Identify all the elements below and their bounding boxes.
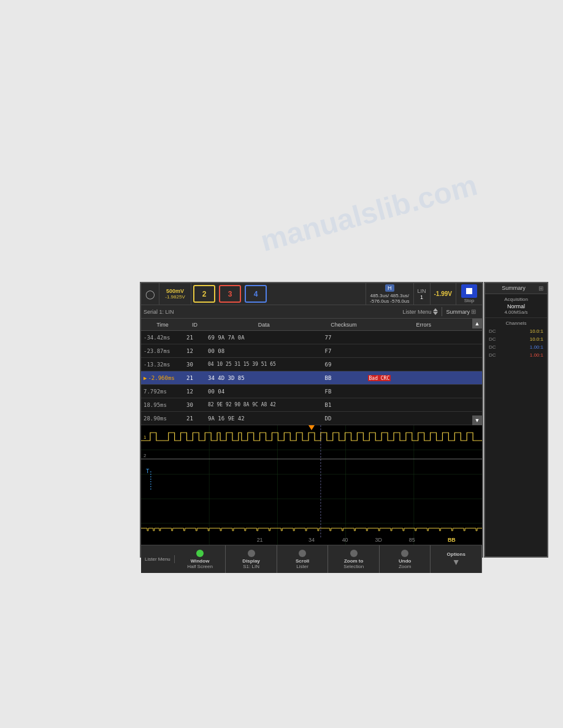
arrow-up-icon bbox=[433, 308, 438, 311]
zoom-to-icon bbox=[350, 550, 358, 557]
col-id: ID bbox=[184, 322, 205, 328]
time-val1: 485.3us/ 485.3us/ bbox=[370, 293, 409, 298]
scroll-button[interactable]: Scroll Lister bbox=[277, 545, 329, 573]
ch3-ratio: 1.00:1 bbox=[530, 344, 543, 350]
display-label1: Display bbox=[242, 558, 259, 564]
acquisition-section: Acquisition Normal 4.00MSa/s bbox=[485, 294, 547, 318]
acq-mode: Normal bbox=[488, 303, 545, 309]
svg-rect-0 bbox=[466, 288, 472, 294]
lister-menu-button[interactable]: Lister Menu bbox=[399, 307, 442, 316]
window-button[interactable]: Window Half Screen bbox=[175, 545, 226, 573]
display-button[interactable]: Display S1: LIN bbox=[226, 545, 277, 573]
voltage-section: -1.99V bbox=[431, 283, 456, 305]
table-row-selected[interactable]: ▶ -2.960ms 21 34 4D 3D 85 BB Bad CRC bbox=[141, 371, 482, 385]
ch2-label: 2 bbox=[202, 290, 207, 298]
col-checksum: Checksum bbox=[323, 322, 366, 328]
ch1-ratio: 10.0:1 bbox=[530, 328, 543, 334]
serial-label: Serial 1: LIN bbox=[144, 309, 399, 315]
table-row[interactable]: -13.32ms 30 04 10 25 31 15 39 51 65 69 bbox=[141, 358, 482, 371]
svg-text:3D: 3D bbox=[375, 537, 383, 543]
options-button[interactable]: Options ▼ bbox=[431, 545, 482, 573]
table-row[interactable]: -23.87ms 12 00 08 F7 bbox=[141, 344, 482, 358]
svg-text:1: 1 bbox=[144, 434, 147, 440]
stop-icon bbox=[465, 287, 473, 295]
table-row[interactable]: -34.42ms 21 69 9A 7A 0A 77 bbox=[141, 331, 482, 344]
svg-text:BB: BB bbox=[448, 537, 456, 543]
grid-view-icon: ⊞ bbox=[538, 285, 543, 292]
ch2-type: DC bbox=[489, 336, 501, 342]
window-label2: Half Screen bbox=[187, 564, 213, 569]
col-time: Time bbox=[141, 322, 184, 328]
ch4-button[interactable]: 4 bbox=[245, 285, 267, 303]
menu-arrows bbox=[433, 308, 438, 315]
table-row[interactable]: 28.90ms 21 9A 16 9E 42 DD bbox=[141, 412, 482, 425]
right-panel: Summary ⊞ Acquisition Normal 4.00MSa/s C… bbox=[484, 282, 548, 558]
nav-icon[interactable]: ◯ bbox=[141, 283, 159, 305]
col-errors: Errors bbox=[366, 322, 483, 328]
trigger-marker bbox=[308, 425, 315, 430]
undo-label2: Zoom bbox=[399, 564, 411, 569]
svg-text:34: 34 bbox=[308, 537, 315, 543]
voltage-val: -1.99V bbox=[434, 290, 452, 297]
options-label1: Options bbox=[447, 552, 465, 557]
window-label1: Window bbox=[191, 558, 210, 564]
zoom-to-button[interactable]: Zoom to Selection bbox=[328, 545, 380, 573]
stop-label: Stop bbox=[464, 298, 474, 303]
scroll-up-button[interactable]: ▲ bbox=[472, 319, 482, 328]
svg-text:21: 21 bbox=[257, 537, 263, 543]
error-badge: Bad CRC bbox=[368, 375, 391, 381]
table-row[interactable]: 18.95ms 30 82 9E 92 90 8A 9C A8 42 B1 bbox=[141, 398, 482, 412]
zoom-to-label2: Selection bbox=[343, 564, 364, 569]
ch2-button[interactable]: 2 bbox=[193, 285, 215, 303]
ch2-ratio: 10.0:1 bbox=[530, 336, 543, 342]
right-panel-header: Summary ⊞ bbox=[485, 283, 547, 294]
table-row[interactable]: 7.792ms 12 00 04 FB bbox=[141, 385, 482, 398]
svg-text:85: 85 bbox=[409, 537, 415, 543]
acq-label: Acquisition bbox=[488, 297, 545, 302]
ch1-mv: 500mV bbox=[166, 288, 184, 294]
lin-label: LIN bbox=[418, 288, 426, 294]
channels-section: Channels DC 10.0:1 DC 10.0:1 DC 1.00:1 D… bbox=[485, 318, 547, 362]
scroll-down-button[interactable]: ▼ bbox=[472, 415, 482, 425]
display-icon bbox=[248, 550, 255, 557]
grid-icon: ⊞ bbox=[471, 308, 476, 315]
oscilloscope-display: ◯ 500mV -1.9825V 2 3 4 H 485.3us/ 485.3u… bbox=[140, 282, 483, 558]
waveform-svg: T 21 34 40 3D 85 BB 1 2 bbox=[141, 425, 482, 545]
waveform-area: T 21 34 40 3D 85 BB 1 2 bbox=[141, 425, 482, 545]
acq-rate: 4.00MSa/s bbox=[488, 309, 545, 315]
lin-num: 1 bbox=[420, 294, 423, 300]
scroll-label1: Scroll bbox=[296, 558, 309, 564]
stop-section[interactable]: Stop bbox=[456, 283, 482, 305]
lister-container: Time ID Data Checksum Errors ▲ -34.42ms … bbox=[141, 319, 482, 425]
arrow-down-icon bbox=[433, 312, 438, 315]
row-marker: ▶ bbox=[144, 375, 147, 381]
display-label2: S1: LIN bbox=[243, 564, 259, 569]
zoom-to-label1: Zoom to bbox=[344, 558, 364, 564]
ch4-type: DC bbox=[489, 352, 501, 358]
scroll-icon bbox=[299, 550, 306, 557]
svg-text:2: 2 bbox=[144, 453, 147, 458]
ch-info-row-1: DC 10.0:1 bbox=[488, 328, 545, 335]
window-icon bbox=[196, 550, 204, 557]
ch1-vval: -1.9825V bbox=[165, 294, 185, 300]
summary-button[interactable]: Summary ⊞ bbox=[442, 307, 480, 316]
ch4-label: 4 bbox=[254, 290, 258, 298]
ch1-type: DC bbox=[489, 328, 501, 334]
ch3-type: DC bbox=[489, 344, 501, 350]
osc-header: ◯ 500mV -1.9825V 2 3 4 H 485.3us/ 485.3u… bbox=[141, 283, 482, 305]
summary-title: Summary bbox=[502, 285, 526, 291]
scroll-label2: Lister bbox=[296, 564, 308, 569]
ch1-button[interactable]: 500mV -1.9825V bbox=[159, 283, 191, 305]
ch4-ratio: 1.00:1 bbox=[530, 352, 543, 358]
lister-menu-label: Lister Menu bbox=[141, 555, 175, 563]
ch3-button[interactable]: 3 bbox=[219, 285, 241, 303]
lin-section: LIN 1 bbox=[414, 283, 431, 305]
col-data: Data bbox=[205, 322, 323, 328]
svg-text:40: 40 bbox=[342, 537, 348, 543]
watermark: manualslib.com bbox=[257, 168, 481, 258]
undo-icon bbox=[401, 550, 408, 557]
ch3-label: 3 bbox=[228, 290, 232, 298]
undo-zoom-button[interactable]: Undo Zoom bbox=[380, 545, 431, 573]
time-section: H 485.3us/ 485.3us/ -576.0us -576.0us bbox=[366, 283, 414, 305]
svg-text:T: T bbox=[146, 468, 150, 474]
